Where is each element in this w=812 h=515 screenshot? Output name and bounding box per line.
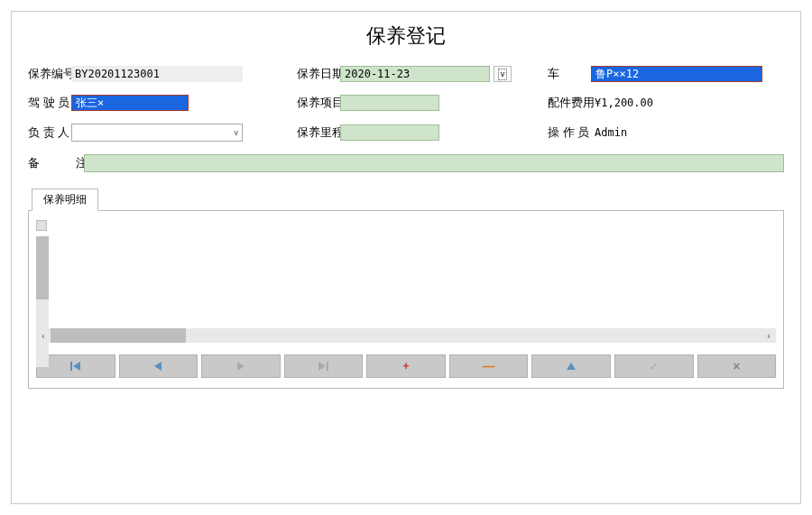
- last-icon: [318, 362, 328, 371]
- add-record-button[interactable]: +: [366, 354, 446, 378]
- triangle-left-icon: [154, 362, 161, 371]
- confirm-button: ✓: [614, 354, 694, 378]
- vertical-scrollbar[interactable]: [36, 236, 49, 367]
- label-maint-date: 保养日期: [297, 66, 340, 82]
- grid-corner-icon: [36, 220, 47, 231]
- prev-record-button[interactable]: [119, 354, 198, 378]
- delete-record-button[interactable]: —: [449, 354, 529, 378]
- hscroll-track[interactable]: [51, 328, 761, 343]
- remark-row: 备 注: [28, 154, 784, 172]
- close-icon: ×: [733, 359, 740, 373]
- maintenance-register-window: 保养登记 保养编号 BY20201123001 保养日期 2020-11-23 …: [11, 11, 801, 504]
- horizontal-scrollbar[interactable]: ‹ ›: [36, 328, 776, 343]
- maint-no-field: BY20201123001: [71, 66, 243, 82]
- label-maint-item: 保养项目: [297, 95, 340, 111]
- driver-field[interactable]: 张三×: [71, 95, 189, 111]
- detail-grid[interactable]: [36, 220, 776, 328]
- label-mileage: 保养里程: [297, 124, 340, 141]
- form-grid: 保养编号 BY20201123001 保养日期 2020-11-23 v 车 号…: [28, 66, 784, 142]
- tab-maintenance-detail[interactable]: 保养明细: [32, 189, 98, 211]
- operator-value: Admin: [591, 124, 762, 141]
- next-record-button: [201, 354, 281, 378]
- cancel-button: ×: [697, 354, 777, 378]
- scroll-right-icon[interactable]: ›: [761, 331, 776, 341]
- label-vehicle-no: 车 号: [548, 66, 591, 82]
- chevron-down-icon: v: [235, 128, 239, 137]
- vscroll-thumb[interactable]: [36, 236, 49, 299]
- label-remark: 备 注: [28, 155, 84, 171]
- label-driver: 驾 驶 员: [28, 95, 71, 111]
- plus-icon: +: [403, 360, 410, 372]
- label-maint-no: 保养编号: [28, 66, 71, 82]
- remark-field[interactable]: [84, 154, 784, 172]
- detail-section: 保养明细 ‹ ›: [28, 189, 784, 389]
- edit-record-button[interactable]: [531, 354, 611, 378]
- scroll-left-icon[interactable]: ‹: [36, 331, 51, 341]
- record-navigator-toolbar: + — ✓ ×: [36, 350, 776, 382]
- date-picker-button[interactable]: v: [494, 66, 512, 82]
- detail-grid-container: ‹ › +: [28, 210, 784, 389]
- hscroll-thumb[interactable]: [51, 328, 186, 343]
- mileage-field[interactable]: [340, 124, 439, 141]
- label-operator: 操 作 员: [548, 124, 591, 141]
- triangle-up-icon: [567, 363, 576, 370]
- responsible-select[interactable]: v: [71, 124, 243, 142]
- page-title: 保养登记: [28, 23, 784, 50]
- last-record-button: [284, 354, 364, 378]
- parts-fee-value: ¥1,200.00: [591, 95, 762, 111]
- triangle-right-icon: [237, 362, 245, 371]
- maint-item-field[interactable]: [340, 95, 439, 111]
- chevron-down-icon: v: [498, 69, 508, 80]
- maint-date-value[interactable]: 2020-11-23: [340, 66, 490, 82]
- label-responsible: 负 责 人: [28, 124, 71, 141]
- maint-date-field[interactable]: 2020-11-23 v: [340, 66, 512, 82]
- minus-icon: —: [483, 359, 495, 373]
- check-icon: ✓: [649, 359, 660, 373]
- label-parts-fee: 配件费用: [548, 95, 591, 111]
- vehicle-no-field[interactable]: 鲁P××12: [591, 66, 762, 82]
- first-icon: [70, 362, 80, 371]
